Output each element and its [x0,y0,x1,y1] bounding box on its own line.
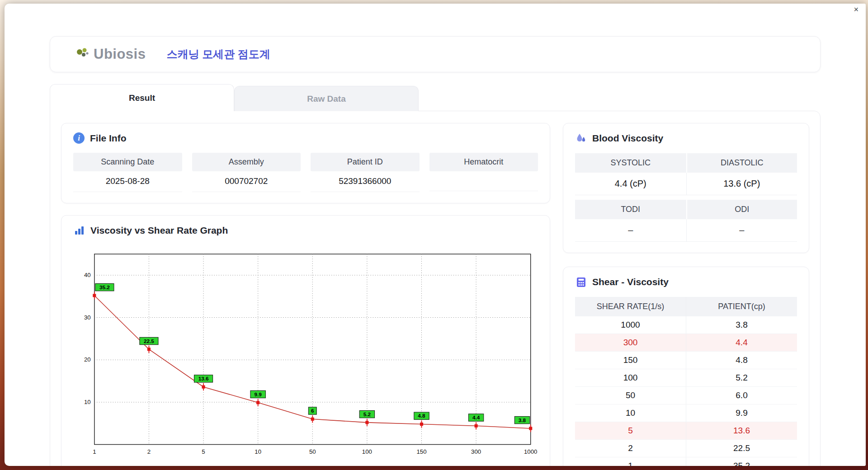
table-cell: 35.2 [686,457,797,466]
table-cell: 5 [575,422,686,440]
table-cell: 150 [575,352,686,369]
svg-text:35.2: 35.2 [99,284,110,290]
field-value: 2025-08-28 [73,171,182,192]
bar-chart-icon [73,225,85,236]
table-row: 135.2 [575,457,797,466]
table-row: 222.5 [575,440,797,457]
table-cell: 6.0 [686,387,797,404]
table-cell: 2 [575,440,686,457]
table-cell: 1 [575,457,686,466]
brand-text: Ubiosis [94,46,146,62]
field-label: Assembly [192,153,301,171]
table-cell: 300 [575,334,686,352]
svg-text:4.4: 4.4 [472,414,480,420]
page-title: 스캐닝 모세관 점도계 [166,47,270,61]
title-bar: × [5,4,866,15]
column-header-patient: PATIENT(cp) [686,297,797,316]
odi-value: – [686,219,797,242]
svg-text:4.8: 4.8 [418,413,425,418]
svg-text:2: 2 [147,448,151,455]
info-icon: i [73,132,85,144]
tab-result[interactable]: Result [50,84,234,111]
app-window: × Ubiosis 스캐닝 모세관 점도계 Result Raw Data [5,4,866,466]
table-cell: 4.8 [686,352,797,369]
field-label: Hematocrit [429,153,538,171]
file-info-field: Scanning Date2025-08-28 [73,153,182,192]
todi-value: – [575,219,686,242]
blood-viscosity-card: Blood Viscosity SYSTOLIC DIASTOLIC 4.4 (… [563,123,809,253]
viscosity-graph-card: Viscosity vs Shear Rate Graph 1020304012… [61,215,550,466]
close-icon[interactable]: × [854,5,859,14]
svg-text:50: 50 [309,448,316,455]
svg-text:10: 10 [255,448,261,455]
svg-text:5.2: 5.2 [363,411,371,417]
chart-area: 102030401251050100150300100035.222.513.6… [73,245,538,461]
shear-viscosity-title: Shear - Viscosity [592,277,669,287]
tab-bar: Result Raw Data [50,84,821,111]
table-cell: 100 [575,369,686,387]
svg-text:6: 6 [311,408,314,414]
tab-content: i File Info Scanning Date2025-08-28Assem… [50,111,821,466]
blood-viscosity-grid: SYSTOLIC DIASTOLIC 4.4 (cP) 13.6 (cP) TO… [575,153,797,242]
systolic-value: 4.4 (cP) [575,173,686,195]
diastolic-label: DIASTOLIC [686,153,797,173]
todi-label: TODI [575,200,686,219]
odi-label: ODI [686,200,797,219]
table-row: 10003.8 [575,316,797,334]
systolic-label: SYSTOLIC [575,153,686,173]
table-row: 506.0 [575,387,797,404]
calculator-icon [575,276,587,288]
svg-text:150: 150 [416,448,426,455]
tab-raw-data[interactable]: Raw Data [234,86,419,111]
svg-text:40: 40 [84,272,91,278]
field-value: 52391366000 [311,171,420,192]
file-info-fields: Scanning Date2025-08-28Assembly000702702… [73,153,538,192]
table-cell: 13.6 [686,422,797,440]
table-cell: 50 [575,387,686,404]
shear-viscosity-card: Shear - Viscosity SHEAR RATE(1/s) PATIEN… [563,267,809,466]
svg-text:300: 300 [471,448,481,455]
logo-leaf-icon [74,45,92,63]
svg-text:5: 5 [202,448,205,455]
svg-text:20: 20 [84,356,91,363]
svg-text:3.8: 3.8 [519,417,526,423]
blood-viscosity-title: Blood Viscosity [592,133,663,144]
column-header-shear-rate: SHEAR RATE(1/s) [575,297,686,316]
svg-text:13.6: 13.6 [198,376,209,381]
file-info-title: File Info [90,133,127,144]
graph-title: Viscosity vs Shear Rate Graph [90,225,228,236]
field-label: Scanning Date [73,153,182,171]
table-cell: 3.8 [686,316,797,334]
table-cell: 22.5 [686,440,797,457]
table-row: 3004.4 [575,334,797,352]
table-row: 1005.2 [575,369,797,387]
svg-text:1000: 1000 [524,448,537,455]
svg-text:30: 30 [84,314,91,321]
table-row: 1504.8 [575,352,797,369]
svg-text:9.9: 9.9 [255,391,262,397]
file-info-field: Assembly000702702 [192,153,301,192]
table-row: 109.9 [575,404,797,422]
table-cell: 5.2 [686,369,797,387]
table-row: 513.6 [575,422,797,440]
file-info-field: Hematocrit [429,153,538,192]
shear-table-body: 10003.83004.41504.81005.2506.0109.9513.6… [575,316,797,466]
diastolic-value: 13.6 (cP) [686,173,797,195]
table-cell: 9.9 [686,404,797,422]
field-value: 000702702 [192,171,301,192]
svg-text:10: 10 [84,399,91,405]
svg-text:100: 100 [362,448,372,455]
svg-text:22.5: 22.5 [144,338,154,344]
svg-text:1: 1 [93,448,96,455]
ubiosis-logo: Ubiosis [74,45,146,63]
viscosity-chart: 102030401251050100150300100035.222.513.6… [73,245,538,461]
table-cell: 1000 [575,316,686,334]
file-info-field: Patient ID52391366000 [311,153,420,192]
field-label: Patient ID [311,153,420,171]
field-value [429,171,538,191]
droplet-icon [575,132,587,144]
table-cell: 4.4 [686,334,797,352]
file-info-card: i File Info Scanning Date2025-08-28Assem… [61,123,550,203]
table-cell: 10 [575,404,686,422]
header-card: Ubiosis 스캐닝 모세관 점도계 [50,36,821,72]
